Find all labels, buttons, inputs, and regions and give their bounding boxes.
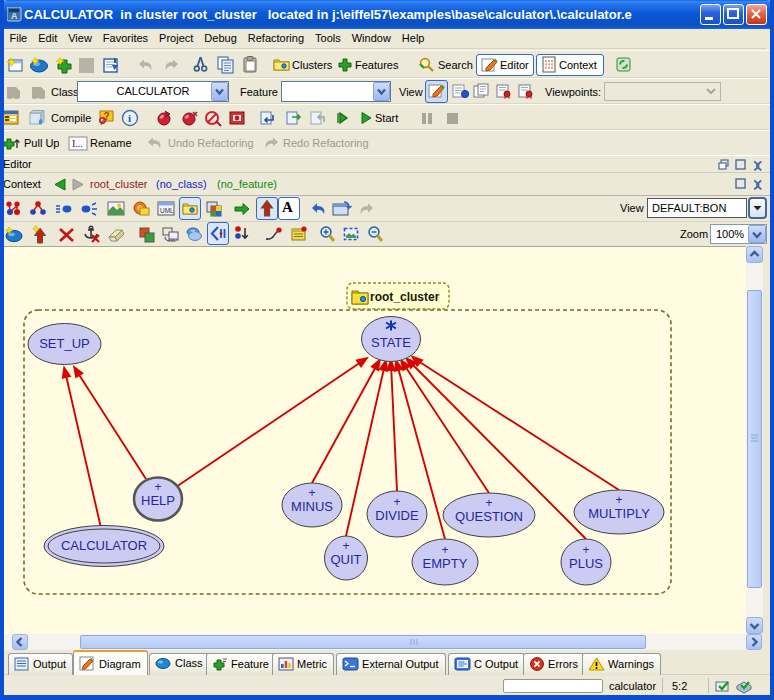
svg-text:STATE: STATE [371, 335, 411, 350]
svg-text:MINUS: MINUS [291, 499, 333, 514]
svg-text:QUESTION: QUESTION [455, 509, 523, 524]
svg-text:EMPTY: EMPTY [423, 556, 468, 571]
svg-text:DIVIDE: DIVIDE [375, 508, 419, 523]
svg-text:CALCULATOR: CALCULATOR [61, 538, 147, 553]
svg-text:+: + [582, 543, 589, 557]
svg-text:SET_UP: SET_UP [39, 336, 90, 351]
svg-text:I...: I... [72, 138, 83, 149]
svg-text:+: + [308, 486, 315, 500]
svg-text:A: A [11, 11, 18, 21]
svg-text:+: + [485, 496, 492, 510]
svg-text:HELP: HELP [141, 493, 175, 508]
svg-text:QUIT: QUIT [330, 552, 361, 567]
svg-text:UML: UML [160, 207, 174, 214]
svg-text:PLUS: PLUS [569, 556, 603, 571]
svg-text:root_cluster: root_cluster [370, 290, 440, 304]
svg-text:i: i [128, 112, 131, 124]
svg-text:+: + [615, 493, 622, 507]
svg-text:+: + [154, 480, 161, 494]
svg-text:90°: 90° [170, 237, 178, 243]
svg-text:+: + [393, 495, 400, 509]
svg-text:+: + [342, 539, 349, 553]
svg-text:+: + [441, 543, 448, 557]
svg-text:MULTIPLY: MULTIPLY [588, 506, 650, 521]
